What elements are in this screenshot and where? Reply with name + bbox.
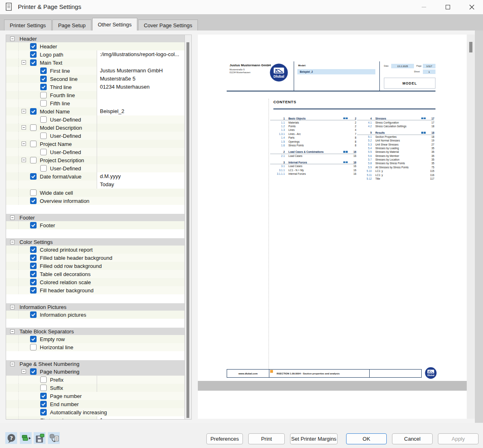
collapse-icon[interactable] (10, 37, 15, 41)
tree-value-cell[interactable] (97, 156, 184, 164)
tab-page-setup[interactable]: Page Setup (52, 20, 91, 30)
checkbox-filled-odd-row-background[interactable] (30, 263, 37, 269)
save-settings-icon[interactable] (34, 432, 45, 444)
table-icon (342, 117, 348, 120)
checkbox-user-defined[interactable] (40, 116, 47, 123)
tree-scrollbar[interactable] (185, 35, 192, 420)
table-icon (420, 132, 426, 134)
toc-title: Load Cases (288, 165, 302, 167)
checkbox-wide-date-cell[interactable] (30, 189, 37, 196)
toc-title: All Stresses by Stress Points (375, 166, 409, 169)
tree-value-cell[interactable]: 1 (97, 416, 184, 420)
checkbox-fourth-line[interactable] (40, 92, 47, 98)
checkbox-model-description[interactable] (30, 124, 37, 131)
checkbox-third-line[interactable] (40, 84, 47, 90)
tree-value-cell[interactable]: 01234 Musterhausen (97, 83, 184, 91)
checkbox-suffix[interactable] (40, 385, 47, 391)
tree-value-cell[interactable]: Today (97, 181, 184, 189)
collapse-icon[interactable] (22, 109, 26, 113)
tree-row-label: Third line (50, 84, 71, 90)
checkbox-end-number[interactable] (40, 401, 47, 407)
checkbox-prefix[interactable] (40, 376, 47, 383)
tree-value-cell[interactable] (97, 376, 184, 384)
checkbox-horizontal-line[interactable] (30, 344, 37, 350)
tree-value-cell[interactable]: :/img/illustrations/report-logo-col... (97, 50, 184, 59)
checkbox-fill-header-background[interactable] (30, 287, 37, 294)
ok-button[interactable]: OK (346, 433, 387, 444)
tree-value-cell[interactable]: Justus Mustermann GmbH (97, 67, 184, 75)
preferences-button[interactable]: Preferences (206, 433, 243, 444)
tree-value-cell[interactable] (97, 164, 184, 172)
tree-value-cell[interactable] (97, 91, 184, 99)
checkbox-colored-printout-report[interactable] (30, 246, 37, 253)
tree-value-cell[interactable] (97, 148, 184, 156)
checkbox-user-defined[interactable] (40, 133, 47, 139)
preview-scrollbar[interactable] (467, 35, 475, 419)
checkbox-filled-table-header-background[interactable] (30, 254, 37, 261)
collapse-icon[interactable] (10, 305, 15, 309)
tree-row-value-row: Today (6, 181, 184, 189)
tree-value-cell[interactable] (97, 384, 184, 392)
checkbox-logo-path[interactable] (30, 51, 37, 58)
tab-cover-page-settings[interactable]: Cover Page Settings (138, 20, 198, 30)
checkbox-page-number[interactable] (40, 393, 47, 399)
checkbox-footer[interactable] (30, 222, 37, 228)
checkbox-date-format-value[interactable] (30, 173, 37, 180)
tree-value-cell[interactable]: d.M.yyyy (97, 172, 184, 181)
checkbox-user-defined[interactable] (40, 149, 47, 155)
collapse-icon[interactable] (10, 329, 15, 334)
tree-value-cell[interactable]: Beispiel_2 (97, 107, 184, 115)
checkbox-colored-relation-scale[interactable] (30, 279, 37, 285)
checkbox-overview-information[interactable] (30, 198, 37, 204)
collapse-icon[interactable] (22, 141, 26, 146)
checkbox-user-defined[interactable] (40, 165, 47, 172)
checkbox-main-text[interactable] (30, 59, 37, 66)
checkbox-header[interactable] (30, 43, 37, 50)
tree-value-cell[interactable] (97, 99, 184, 107)
collapse-icon[interactable] (22, 369, 26, 374)
scrollbar-thumb[interactable] (469, 42, 472, 52)
checkbox-fifth-line[interactable] (40, 100, 47, 107)
transfer-settings-icon[interactable] (48, 432, 60, 444)
collapse-icon[interactable] (10, 240, 15, 244)
checkbox-project-description[interactable] (30, 157, 37, 163)
checkbox-automatically-increasing[interactable] (40, 409, 47, 415)
tree-value-cell[interactable]: Musterstraße 5 (97, 75, 184, 83)
minimize-button[interactable] (414, 0, 433, 14)
toc-title: Stresses by Location (375, 158, 399, 161)
checkbox-first-line[interactable] (40, 67, 47, 74)
scrollbar-thumb[interactable] (186, 42, 189, 418)
tree-value-cell[interactable] (97, 140, 184, 148)
toc-page-number: 17 (428, 117, 434, 120)
tab-printer-settings[interactable]: Printer Settings (4, 20, 52, 30)
set-printer-margins-button[interactable]: Set Printer Margins (290, 433, 338, 444)
load-settings-icon[interactable] (20, 432, 32, 444)
checkbox-empty-row[interactable] (30, 336, 37, 342)
tree-value-cell[interactable] (97, 132, 184, 140)
collapse-icon[interactable] (10, 362, 15, 366)
checkbox-model-name[interactable] (30, 108, 37, 115)
collapse-icon[interactable] (22, 158, 26, 162)
cancel-button[interactable]: Cancel (392, 433, 433, 444)
print-button[interactable]: Print (248, 433, 285, 444)
collapse-icon[interactable] (22, 60, 26, 65)
tree-row-label: First line (50, 68, 70, 74)
help-icon[interactable]: ? (5, 432, 17, 444)
tab-bar: Printer SettingsPage SetupOther Settings… (0, 14, 483, 30)
collapse-icon[interactable] (10, 215, 15, 220)
tab-other-settings[interactable]: Other Settings (92, 18, 137, 30)
close-button[interactable] (462, 0, 481, 14)
tree-value-cell[interactable] (97, 115, 184, 124)
company-name: Justus Mustermann GmbH (230, 63, 271, 67)
checkbox-page-numbering[interactable] (30, 368, 37, 375)
toc-title: Stress Configuration (375, 121, 399, 124)
tree-value-cell[interactable] (97, 124, 184, 132)
checkbox-project-name[interactable] (30, 141, 37, 147)
checkbox-table-cell-decorations[interactable] (30, 271, 37, 277)
maximize-button[interactable] (438, 0, 457, 14)
collapse-icon[interactable] (22, 125, 26, 130)
tree-value-cell[interactable] (97, 59, 184, 67)
contents-title: CONTENTS (273, 100, 296, 104)
checkbox-information-pictures[interactable] (30, 311, 37, 318)
checkbox-second-line[interactable] (40, 76, 47, 82)
